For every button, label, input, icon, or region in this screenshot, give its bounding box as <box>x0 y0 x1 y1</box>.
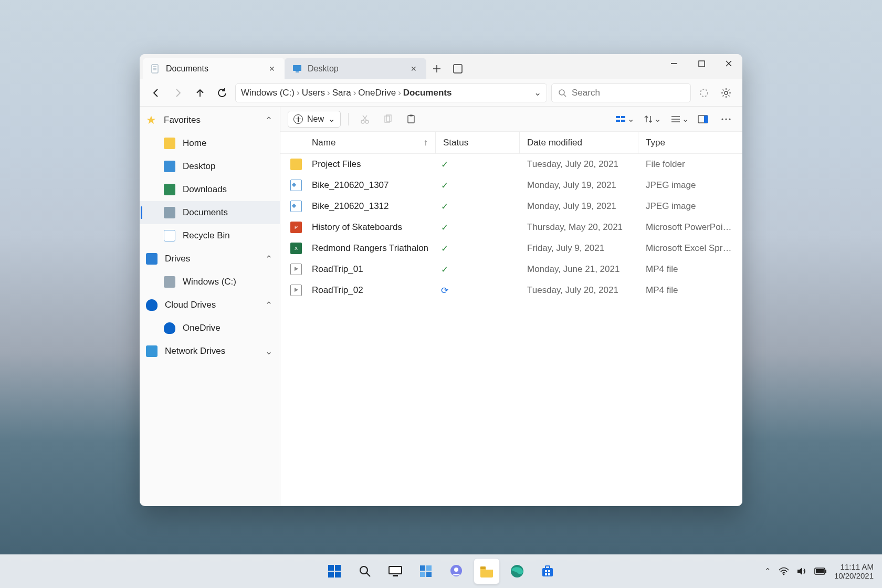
task-view-button[interactable] <box>383 559 408 584</box>
clock[interactable]: 11:11 AM 10/20/2021 <box>834 562 874 581</box>
more-options-button[interactable] <box>717 110 735 128</box>
minimize-button[interactable] <box>660 54 688 73</box>
system-tray: ⌃ 11:11 AM 10/20/2021 <box>764 562 882 581</box>
up-button[interactable] <box>191 84 209 102</box>
forward-button[interactable] <box>169 84 187 102</box>
column-status[interactable]: Status <box>436 132 520 153</box>
sidebar-item-label: Recycle Bin <box>183 230 230 241</box>
snap-layouts-icon[interactable] <box>447 58 468 79</box>
desktop-icon <box>164 161 175 172</box>
svg-rect-54 <box>542 568 553 576</box>
excel-file-icon: X <box>290 243 302 254</box>
folder-icon <box>290 159 302 170</box>
tab-documents[interactable]: Documents ✕ <box>143 58 285 79</box>
crumb-users[interactable]: Users <box>302 88 325 98</box>
sidebar-item-label: Downloads <box>183 184 227 195</box>
file-row[interactable]: Project Files ✓ Tuesday, July 20, 2021 F… <box>280 154 742 175</box>
breadcrumb-dropdown-icon[interactable]: ⌄ <box>534 87 541 98</box>
taskbar-search-button[interactable] <box>352 559 377 584</box>
start-button[interactable] <box>322 559 347 584</box>
search-input[interactable] <box>572 88 684 98</box>
file-row[interactable]: RoadTrip_02 ⟳ Tuesday, July 20, 2021 MP4… <box>280 280 742 301</box>
file-name: History of Skateboards <box>312 222 436 233</box>
synced-check-icon: ✓ <box>441 264 448 275</box>
chevron-up-icon[interactable]: ⌃ <box>265 300 272 311</box>
chevron-right-icon: › <box>353 88 356 98</box>
back-button[interactable] <box>147 84 165 102</box>
cut-button[interactable] <box>356 110 374 128</box>
new-button[interactable]: New ⌄ <box>288 111 341 128</box>
sidebar-group-drives[interactable]: Drives ⌃ <box>140 247 280 270</box>
wifi-icon[interactable] <box>779 567 789 575</box>
paste-button[interactable] <box>402 110 420 128</box>
close-tab-icon[interactable]: ✕ <box>267 64 277 74</box>
file-row[interactable]: X Redmond Rangers Triathalon ✓ Friday, J… <box>280 238 742 259</box>
copy-button[interactable] <box>379 110 397 128</box>
tab-desktop[interactable]: Desktop ✕ <box>285 58 426 79</box>
synced-check-icon: ✓ <box>441 159 448 170</box>
file-explorer-taskbar-icon[interactable] <box>474 559 499 584</box>
file-row[interactable]: P History of Skateboards ✓ Thursday, May… <box>280 217 742 238</box>
svg-rect-27 <box>616 120 620 122</box>
sidebar-group-favorites[interactable]: ★ Favorites ⌃ <box>140 109 280 132</box>
microsoft-store-icon[interactable] <box>535 559 560 584</box>
group-by-menu[interactable]: ⌄ <box>616 114 634 124</box>
tab-strip: Documents ✕ Desktop ✕ <box>143 58 426 79</box>
teams-chat-button[interactable] <box>444 559 469 584</box>
chevron-up-icon[interactable]: ⌃ <box>265 115 272 126</box>
sidebar-item-drive-c[interactable]: Windows (C:) <box>140 270 280 293</box>
close-tab-icon[interactable]: ✕ <box>408 64 419 74</box>
file-row[interactable]: Bike_210620_1312 ✓ Monday, July 19, 2021… <box>280 196 742 217</box>
home-icon <box>164 138 175 149</box>
sidebar-item-downloads[interactable]: Downloads <box>140 178 280 201</box>
file-type: Microsoft Excel Spr… <box>638 243 742 254</box>
sidebar-item-onedrive[interactable]: OneDrive <box>140 317 280 340</box>
battery-icon[interactable] <box>814 568 827 575</box>
svg-rect-33 <box>704 116 708 123</box>
settings-button[interactable] <box>717 84 735 102</box>
close-window-button[interactable] <box>715 54 742 73</box>
sidebar-item-desktop[interactable]: Desktop <box>140 155 280 178</box>
view-menu[interactable]: ⌄ <box>670 114 689 124</box>
sidebar-item-label: Documents <box>183 207 228 218</box>
column-type[interactable]: Type <box>638 132 742 153</box>
chevron-up-icon[interactable]: ⌃ <box>265 254 272 265</box>
crumb-onedrive[interactable]: OneDrive <box>358 88 396 98</box>
group-by-icon <box>616 115 626 123</box>
file-row[interactable]: Bike_210620_1307 ✓ Monday, July 19, 2021… <box>280 175 742 196</box>
details-pane-button[interactable] <box>694 110 712 128</box>
sidebar-item-documents[interactable]: Documents <box>140 201 280 224</box>
powerpoint-file-icon: P <box>290 222 302 233</box>
file-type: File folder <box>638 159 742 170</box>
sidebar-item-recycle-bin[interactable]: Recycle Bin <box>140 224 280 247</box>
sidebar-item-label: Desktop <box>183 161 215 172</box>
file-date: Tuesday, July 20, 2021 <box>520 159 638 170</box>
maximize-button[interactable] <box>688 54 715 73</box>
file-date: Thursday, May 20, 2021 <box>520 222 638 233</box>
svg-rect-48 <box>420 572 425 577</box>
svg-rect-23 <box>408 116 414 123</box>
sidebar-group-network[interactable]: Network Drives ⌄ <box>140 340 280 363</box>
breadcrumb-bar[interactable]: Windows (C:) › Users › Sara › OneDrive ›… <box>235 83 547 102</box>
tray-overflow-icon[interactable]: ⌃ <box>764 566 771 576</box>
search-box[interactable] <box>551 83 691 102</box>
sidebar-item-home[interactable]: Home <box>140 132 280 155</box>
chevron-right-icon: › <box>327 88 330 98</box>
edge-browser-icon[interactable] <box>505 559 530 584</box>
file-row[interactable]: RoadTrip_01 ✓ Monday, June 21, 2021 MP4 … <box>280 259 742 280</box>
crumb-user[interactable]: Sara <box>332 88 351 98</box>
column-name[interactable]: Name ↑ <box>280 132 436 153</box>
widgets-button[interactable] <box>413 559 438 584</box>
column-date[interactable]: Date modified <box>520 132 638 153</box>
sort-menu[interactable]: ⌄ <box>644 114 661 124</box>
crumb-current[interactable]: Documents <box>403 88 452 98</box>
volume-icon[interactable] <box>796 566 807 576</box>
sidebar-group-cloud[interactable]: Cloud Drives ⌃ <box>140 293 280 317</box>
chevron-down-icon[interactable]: ⌄ <box>265 346 272 357</box>
new-tab-button[interactable] <box>426 58 447 79</box>
svg-rect-0 <box>152 65 158 73</box>
synced-check-icon: ✓ <box>441 243 448 254</box>
sidebar-group-label: Network Drives <box>165 346 225 356</box>
refresh-button[interactable] <box>213 84 231 102</box>
crumb-drive[interactable]: Windows (C:) <box>241 88 295 98</box>
